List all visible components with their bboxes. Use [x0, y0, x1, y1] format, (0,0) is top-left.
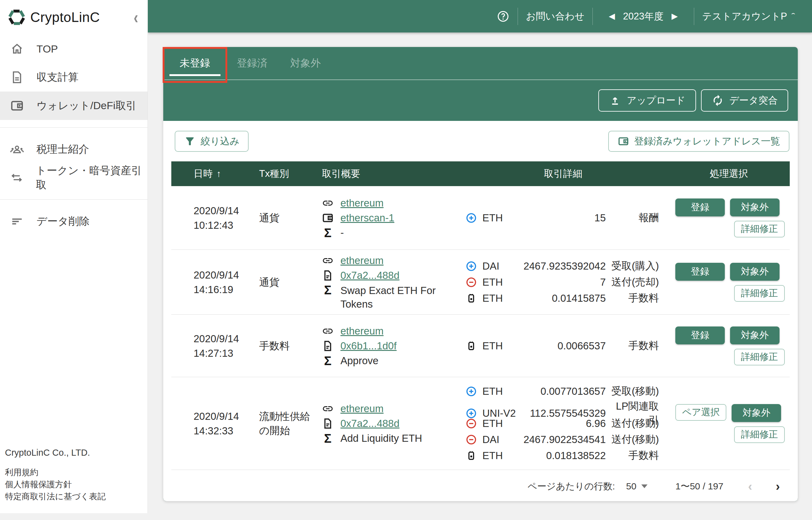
doc-icon	[10, 70, 24, 84]
overview-link[interactable]: 0x7a2...488d	[340, 417, 399, 430]
column-header-details: 取引詳細	[458, 167, 668, 180]
filter-icon	[184, 135, 196, 147]
detail-currency: ETH	[482, 212, 503, 224]
sidebar-item-top[interactable]: TOP	[0, 35, 148, 63]
exclude-button[interactable]: 対象外	[730, 263, 780, 281]
detail-currency: ETH	[482, 418, 503, 430]
detail-type-label: 手数料	[606, 449, 659, 463]
rows-per-page-select[interactable]: 50	[626, 481, 648, 492]
gas-circle-icon	[466, 293, 477, 304]
chevron-down-icon[interactable]: ˆ	[792, 11, 795, 21]
edit-detail-button[interactable]: 詳細修正	[734, 285, 785, 302]
exclude-button[interactable]: 対象外	[732, 404, 781, 422]
prev-year-icon[interactable]: ◀	[601, 11, 623, 21]
sidebar-item-token-withdraw[interactable]: トークン・暗号資産引取	[0, 163, 148, 192]
table-row: 2020/9/1414:16:19通貨ethereum0x7a2...488dΣ…	[171, 250, 790, 315]
overview-text: Add Liquidity ETH	[340, 432, 422, 445]
edit-detail-button[interactable]: 詳細修正	[734, 349, 785, 365]
exclude-button[interactable]: 対象外	[730, 199, 780, 216]
cell-overview: ethereum0x6b1...1d0fΣApprove	[322, 324, 458, 368]
overview-link[interactable]: ethereum	[340, 324, 384, 338]
sidebar-item-profit-loss[interactable]: 収支計算	[0, 63, 148, 92]
detail-amount: 0.0066537	[523, 340, 606, 352]
pair-select-button[interactable]: ペア選択	[675, 404, 726, 421]
overview-link[interactable]: ethereum	[340, 254, 384, 267]
sidebar-collapse-icon[interactable]: ‹	[134, 8, 138, 26]
sort-asc-icon: ↑	[216, 168, 221, 179]
register-button[interactable]: 登録	[675, 199, 725, 216]
account-menu[interactable]: テストアカウントP	[702, 10, 787, 23]
overview-link[interactable]: ethereum	[340, 402, 384, 416]
detail-type-label: 送付(移動)	[606, 433, 659, 446]
table-header: 日時↑ Tx種別 取引概要 取引詳細 処理選択	[171, 161, 790, 186]
edit-detail-button[interactable]: 詳細修正	[734, 221, 785, 237]
detail-type-label: 報酬	[606, 211, 659, 225]
footer-link-commerce-law[interactable]: 特定商取引法に基づく表記	[5, 491, 141, 503]
plus-circle-icon	[466, 408, 477, 419]
footer-links: 利用規約個人情報保護方針特定商取引法に基づく表記	[5, 467, 141, 503]
overview-link[interactable]: ethereum	[340, 196, 384, 210]
tx-type-label: の開始	[259, 423, 322, 438]
sidebar-item-label: データ削除	[36, 214, 90, 229]
filter-button[interactable]: 絞り込み	[175, 131, 248, 152]
sidebar-item-tax-accountant[interactable]: 税理士紹介	[0, 135, 148, 163]
plus-circle-icon	[466, 212, 477, 224]
detail-amount: 2467.9235392042	[523, 260, 606, 272]
toolbar: アップロード データ突合	[163, 80, 798, 121]
wallet-address-list-button[interactable]: 登録済みウォレットアドレス一覧	[608, 131, 789, 152]
register-button[interactable]: 登録	[675, 263, 725, 281]
tx-type-label: 通貨	[259, 275, 322, 289]
app-logo-text: CryptoLinC	[30, 9, 100, 25]
detail-currency: ETH	[482, 386, 503, 397]
table-row: 2020/9/1414:32:33流動性供給の開始ethereum0x7a2..…	[171, 377, 790, 470]
contact-link[interactable]: お問い合わせ	[526, 10, 584, 23]
overview-text: Approve	[340, 354, 378, 368]
detail-type-label: 受取(移動)	[606, 384, 659, 398]
content-card: 絞り込み 登録済みウォレットアドレス一覧 日時↑ Tx種別 取引概要 取引詳細 …	[163, 121, 798, 501]
overview-link[interactable]: 0x6b1...1d0f	[340, 339, 397, 353]
file-icon	[322, 418, 334, 430]
appbar: お問い合わせ ◀ 2023年度 ▶ テストアカウントP ˆ	[148, 0, 812, 32]
help-icon[interactable]	[497, 10, 509, 23]
plus-circle-icon	[466, 261, 477, 272]
tab-label: 未登録	[180, 56, 210, 70]
detail-currency: ETH	[482, 340, 503, 352]
register-button[interactable]: 登録	[675, 327, 725, 344]
tab-registered[interactable]: 登録済	[227, 47, 278, 79]
sidebar-item-data-delete[interactable]: データ削除	[0, 207, 148, 236]
edit-detail-button[interactable]: 詳細修正	[734, 426, 785, 443]
home-icon	[10, 42, 24, 56]
filter-button-label: 絞り込み	[201, 135, 239, 148]
exclude-button[interactable]: 対象外	[730, 327, 780, 344]
sidebar-item-label: 収支計算	[36, 70, 79, 84]
detail-line: ETH0.01415875手数料	[458, 290, 668, 306]
overview-link[interactable]: 0x7a2...488d	[340, 269, 399, 282]
overview-text: -	[340, 226, 344, 240]
prev-page-button[interactable]: ‹	[748, 479, 752, 493]
sidebar-item-wallet-defi[interactable]: ウォレット/DeFi取引	[0, 92, 148, 120]
data-match-button[interactable]: データ突合	[701, 89, 788, 112]
next-year-icon[interactable]: ▶	[663, 11, 686, 21]
pagination-range: 1〜50 / 197	[675, 480, 723, 493]
tab-excluded[interactable]: 対象外	[278, 47, 333, 79]
next-page-button[interactable]: ›	[776, 479, 780, 493]
detail-type-label: 受取(購入)	[606, 259, 659, 273]
column-header-actions: 処理選択	[668, 167, 790, 180]
footer-link-privacy[interactable]: 個人情報保護方針	[5, 478, 141, 491]
tab-unregistered[interactable]: 未登録	[163, 47, 227, 79]
table-body: 2020/9/1410:12:43通貨ethereumetherscan-1Σ-…	[163, 186, 798, 470]
upload-button[interactable]: アップロード	[598, 89, 696, 112]
link-icon	[322, 403, 334, 415]
tx-date: 2020/9/14	[193, 331, 259, 346]
column-header-datetime[interactable]: 日時↑	[171, 167, 259, 180]
footer-link-terms[interactable]: 利用規約	[5, 467, 141, 478]
tx-type-label: 手数料	[259, 339, 322, 353]
cell-details: ETH0.0077013657受取(移動)UNI-V2112.557554532…	[458, 383, 668, 464]
people-icon	[10, 142, 24, 156]
sigma-icon: Σ	[322, 284, 334, 296]
detail-line: ETH0.0066537手数料	[458, 338, 668, 354]
cell-txtype: 手数料	[259, 339, 322, 353]
link-icon	[322, 255, 334, 266]
overview-link[interactable]: etherscan-1	[340, 211, 394, 225]
list-icon	[10, 214, 24, 229]
